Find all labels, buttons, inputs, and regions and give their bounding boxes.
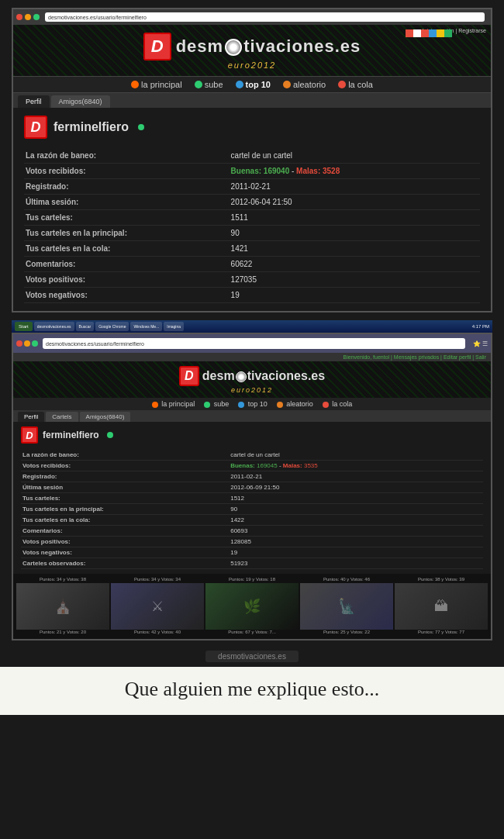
- name-left-sm: desm: [202, 369, 235, 382]
- profile-header: D ferminelfiero: [24, 116, 480, 139]
- arrow-up-icon: [195, 81, 202, 88]
- close-btn-2[interactable]: [16, 340, 22, 347]
- screenshot-bottom: desmotivaciones.es/usuario/ferminelfiero…: [12, 333, 492, 640]
- name-right: tivaciones.es: [243, 36, 361, 56]
- votes-values: Buenas: 169040 - Malas: 3528: [230, 164, 480, 179]
- profile-username: ferminelfiero: [54, 120, 129, 134]
- star-icon-sm: [238, 402, 244, 408]
- nav-sube[interactable]: sube: [195, 80, 223, 89]
- taskbar-item-5[interactable]: Imagina: [164, 322, 184, 331]
- reg-value-sm: 2011-02-21: [229, 471, 483, 482]
- nav-principal-sm[interactable]: la principal: [152, 400, 195, 408]
- votes-b-val-sm: 169045: [257, 462, 278, 469]
- browser-chrome-top: desmotivaciones.es/usuario/ferminelfiero: [13, 9, 491, 25]
- cola-value-sm: 1422: [229, 515, 483, 526]
- tab-cartels-sm[interactable]: Cartels: [46, 412, 78, 422]
- taskbar-item-3[interactable]: Google Chrome: [95, 322, 129, 331]
- nav-principal[interactable]: la principal: [131, 80, 182, 89]
- thumb-placeholder-1: ⚔: [111, 583, 204, 630]
- carteles-label: Tus carteles:: [24, 210, 230, 226]
- last-value: 2012-06-04 21:50: [230, 195, 480, 210]
- reg-label: Registrado:: [24, 179, 230, 195]
- thumb-label-3: Puntos: 40 y Votos: 46: [300, 577, 393, 582]
- nav-aleatorio[interactable]: aleatorio: [283, 80, 326, 89]
- neg-value-sm: 19: [229, 547, 483, 558]
- thumb-0[interactable]: ⛪: [16, 583, 109, 630]
- flag-red2: [421, 29, 429, 37]
- nav-aleatorio-sm[interactable]: aleatorio: [277, 400, 313, 408]
- flag-white: [413, 29, 421, 37]
- comments-label-sm: Comentarios:: [21, 526, 229, 537]
- table-row: Carteles observados: 51923: [21, 558, 483, 569]
- nav-bar-sm: la principal sube top 10 aleatorio la co…: [13, 398, 491, 410]
- table-row: Tus carteles en la cola: 1421: [24, 241, 480, 257]
- x-icon-sm: [323, 402, 329, 408]
- bottom-caption-area: desmotivaciones.es: [0, 644, 504, 667]
- minimize-btn[interactable]: [25, 14, 31, 20]
- browser-menu-icons: ⭐ ☰: [473, 340, 488, 347]
- thumb-placeholder-0: ⛪: [16, 583, 109, 630]
- tab-amigos-sm[interactable]: Amigos(6840): [80, 412, 131, 422]
- tab-perfil[interactable]: Perfil: [18, 95, 50, 108]
- min-btn-2[interactable]: [24, 340, 30, 347]
- taskbar-item-2[interactable]: Buscar: [76, 322, 95, 331]
- main-caption: Que alguien me explique esto...: [0, 667, 504, 715]
- profile-tabs: Perfil Amigos(6840): [13, 93, 491, 108]
- thumb-label-4: Puntos: 38 y Votos: 39: [395, 577, 488, 582]
- comments-value: 60622: [230, 257, 480, 272]
- up-icon-sm: [204, 402, 210, 408]
- votes-malas-value: 3528: [323, 167, 340, 175]
- last-label: Última sesión:: [24, 195, 230, 210]
- thumb-label-0: Puntos: 34 y Votos: 38: [16, 577, 109, 582]
- table-row: Tus carteles en la principal: 90: [24, 226, 480, 241]
- thumb-placeholder-4: 🏔: [395, 583, 488, 630]
- flag-red: [406, 29, 413, 37]
- thumb-3[interactable]: 🗽: [300, 583, 393, 630]
- euro-badge-sm: euro2012: [13, 386, 491, 394]
- profile-logo-sm: D: [21, 426, 38, 444]
- nav-sube-sm[interactable]: sube: [204, 400, 229, 408]
- thumb-label-b4: Puntos: 77 y Votos: 77: [395, 630, 488, 634]
- thumb-4[interactable]: 🏔: [395, 583, 488, 630]
- maximize-btn[interactable]: [33, 14, 40, 20]
- thumb-2[interactable]: 🌿: [205, 583, 299, 630]
- thumb-label-2: Puntos: 19 y Votos: 18: [205, 577, 299, 582]
- carteles-value: 1511: [230, 210, 480, 226]
- nav-top10-sm[interactable]: top 10: [238, 400, 268, 408]
- close-btn[interactable]: [16, 14, 22, 20]
- tab-perfil-sm[interactable]: Perfil: [18, 412, 44, 422]
- taskbar-item-1[interactable]: desmotivaciones.es: [34, 322, 74, 331]
- welcome-bar: Bienvenido, fuentol | Mensajes privados …: [13, 353, 491, 361]
- nav-cola-sm[interactable]: la cola: [323, 400, 353, 408]
- table-row: Registrado: 2011-02-21: [21, 471, 483, 482]
- table-row: Última sesión 2012-06-09 21:50: [21, 482, 483, 493]
- ban-label-sm: La razón de baneo:: [21, 450, 229, 461]
- table-row: Tus carteles en la principal: 90: [21, 504, 483, 515]
- address-bar-2[interactable]: desmotivaciones.es/usuario/ferminelfiero: [43, 338, 465, 349]
- online-dot-sm: [107, 432, 113, 438]
- pos-value-sm: 128085: [229, 537, 483, 547]
- start-button[interactable]: Start: [15, 322, 33, 331]
- table-row: Votos recibidos: Buenas: 169045 - Malas:…: [21, 461, 483, 471]
- thumbnails-section: Puntos: 34 y Votos: 38 Puntos: 34 y Voto…: [13, 574, 491, 639]
- taskbar-item-4[interactable]: Windows Me...: [130, 322, 162, 331]
- tab-amigos[interactable]: Amigos(6840): [51, 95, 110, 108]
- nav-top10[interactable]: top 10: [236, 80, 271, 89]
- profile-header-sm: D ferminelfiero: [21, 426, 483, 444]
- taskbar-clock: 4:17 PM: [472, 324, 489, 329]
- votes-values-sm: Buenas: 169045 - Malas: 3535: [229, 461, 483, 471]
- rss-icon: [131, 81, 139, 88]
- circle-icon-sm: [152, 402, 158, 408]
- table-row: Registrado: 2011-02-21: [24, 179, 480, 195]
- nav-cola[interactable]: la cola: [338, 80, 373, 89]
- table-row: Votos recibidos: Buenas: 169040 - Malas:…: [24, 164, 480, 179]
- site-watermark: desmotivaciones.es: [205, 651, 299, 662]
- euro-badge: euro2012: [13, 60, 491, 70]
- address-bar[interactable]: desmotivaciones.es/usuario/ferminelfiero: [45, 12, 485, 22]
- thumb-1[interactable]: ⚔: [111, 583, 204, 630]
- thumb-label-b1: Puntos: 42 y Votos: 40: [111, 630, 204, 634]
- max-btn-2[interactable]: [32, 340, 38, 347]
- profile-content: D ferminelfiero La razón de baneo: carte…: [13, 108, 491, 311]
- neg-value: 19: [230, 288, 480, 303]
- name-left: desm: [176, 36, 223, 56]
